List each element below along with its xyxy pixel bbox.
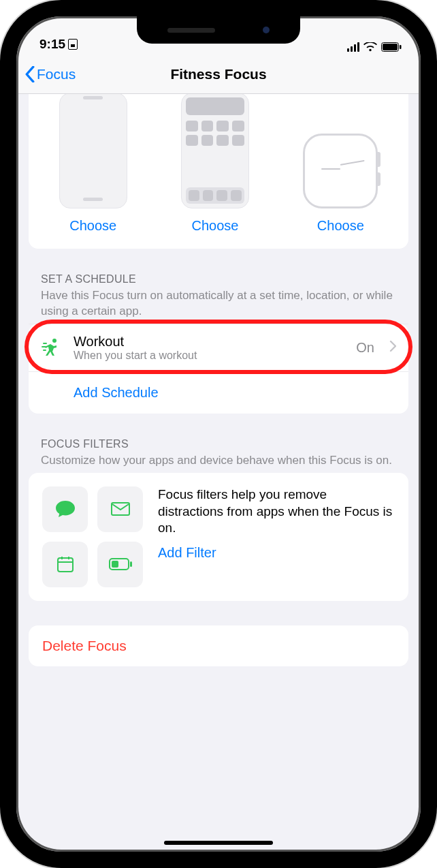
lock-screen-preview[interactable]	[59, 94, 127, 208]
svg-rect-5	[42, 346, 46, 347]
svg-rect-2	[400, 45, 402, 49]
svg-rect-1	[383, 44, 398, 50]
messages-icon	[42, 486, 88, 532]
svg-rect-4	[43, 343, 47, 344]
add-schedule-cell[interactable]: Add Schedule	[29, 371, 408, 414]
delete-focus-button[interactable]: Delete Focus	[29, 625, 408, 666]
sim-icon	[68, 39, 78, 50]
svg-rect-13	[112, 561, 118, 568]
cellular-icon	[347, 42, 359, 52]
back-button[interactable]: Focus	[25, 66, 76, 82]
filters-icon-grid	[42, 486, 143, 587]
svg-rect-8	[58, 558, 73, 572]
add-filter-button[interactable]: Add Filter	[158, 545, 395, 561]
svg-point-3	[52, 339, 56, 343]
battery-icon	[381, 42, 402, 52]
choose-watch-button[interactable]: Choose	[317, 218, 364, 234]
chevron-right-icon	[389, 341, 396, 354]
watch-face-preview[interactable]	[303, 134, 378, 208]
filters-info-text: Focus filters help you remove distractio…	[158, 486, 395, 537]
choose-home-button[interactable]: Choose	[192, 218, 239, 234]
back-label: Focus	[37, 66, 76, 82]
customize-screens-row: Choose Choose Choose	[29, 94, 408, 249]
schedule-cell-group: Workout When you start a workout On Add …	[29, 324, 408, 414]
home-screen-preview[interactable]	[181, 94, 249, 208]
svg-rect-14	[130, 561, 132, 567]
delete-focus-label: Delete Focus	[42, 638, 127, 653]
low-power-icon	[97, 542, 143, 587]
page-title: Fitness Focus	[16, 66, 421, 82]
home-indicator[interactable]	[164, 841, 273, 845]
workout-title: Workout	[74, 334, 345, 350]
schedule-header-title: SET A SCHEDULE	[41, 273, 396, 285]
mail-icon	[97, 486, 143, 532]
chevron-left-icon	[25, 66, 35, 82]
svg-rect-6	[43, 350, 46, 351]
add-schedule-label: Add Schedule	[74, 385, 396, 401]
navigation-bar: Focus Fitness Focus	[16, 55, 421, 94]
choose-lock-button[interactable]: Choose	[69, 218, 116, 234]
workout-subtitle: When you start a workout	[74, 350, 345, 362]
workout-icon	[41, 337, 63, 358]
filters-section-header: FOCUS FILTERS Customize how your apps an…	[29, 414, 408, 473]
filters-box: Focus filters help you remove distractio…	[29, 473, 408, 601]
schedule-section-header: SET A SCHEDULE Have this Focus turn on a…	[29, 249, 408, 324]
workout-schedule-cell[interactable]: Workout When you start a workout On	[29, 324, 408, 371]
schedule-header-desc: Have this Focus turn on automatically at…	[41, 288, 396, 320]
wifi-icon	[363, 42, 377, 52]
filters-header-desc: Customize how your apps and device behav…	[41, 453, 396, 469]
calendar-icon	[42, 542, 88, 587]
workout-status: On	[356, 340, 374, 356]
filters-header-title: FOCUS FILTERS	[41, 438, 396, 450]
status-time: 9:15	[39, 37, 65, 52]
